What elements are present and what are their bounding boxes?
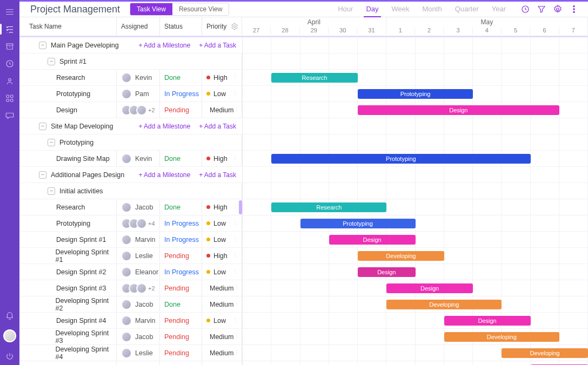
collapse-toggle[interactable]: − xyxy=(48,139,55,146)
column-priority[interactable]: Priority xyxy=(202,17,242,36)
archive-icon xyxy=(5,42,15,51)
row-actions-button[interactable] xyxy=(233,333,240,341)
svg-point-19 xyxy=(237,107,237,107)
gantt-bar[interactable]: Design xyxy=(444,316,531,326)
nav-history[interactable] xyxy=(0,55,19,72)
task-row[interactable]: Developing Sprint #2JacobDoneMediumDevel… xyxy=(19,296,588,313)
task-row[interactable]: Design Sprint #5EleanorPendingHighDesign xyxy=(19,361,588,365)
gantt-bar[interactable]: Prototyping xyxy=(300,219,416,228)
day-label: 4 xyxy=(473,27,502,37)
status-label: In Progress xyxy=(164,220,199,227)
row-actions-button[interactable] xyxy=(232,219,238,227)
column-task[interactable]: Task Name xyxy=(19,17,117,36)
task-row[interactable]: Developing Sprint #4LesliePendingMediumD… xyxy=(19,345,588,361)
task-row[interactable]: ResearchKevinDoneHighResearch xyxy=(19,70,588,86)
assignee-name: Kevin xyxy=(135,74,152,82)
columns-settings-button[interactable] xyxy=(231,23,238,30)
add-task-link[interactable]: + Add a Task xyxy=(199,171,236,179)
clock-icon xyxy=(5,59,15,69)
priority-dot xyxy=(206,157,210,160)
nav-power[interactable] xyxy=(0,348,19,365)
scale-hour[interactable]: Hour xyxy=(331,2,359,17)
gantt-bar[interactable]: Prototyping xyxy=(358,89,473,99)
view-task-button[interactable]: Task View xyxy=(130,3,172,15)
gantt-bar[interactable]: Research xyxy=(271,73,358,83)
row-actions-button[interactable] xyxy=(233,106,240,114)
scale-year[interactable]: Year xyxy=(485,2,512,17)
row-actions-button[interactable] xyxy=(232,203,238,211)
header-settings-button[interactable] xyxy=(552,4,563,15)
scale-selector: HourDayWeekMonthQuarterYear xyxy=(331,2,512,17)
nav-archive[interactable] xyxy=(0,38,19,55)
scale-week[interactable]: Week xyxy=(385,2,416,17)
gantt-bar[interactable]: Design xyxy=(329,235,416,245)
nav-people[interactable] xyxy=(0,72,19,90)
scale-quarter[interactable]: Quarter xyxy=(449,2,485,17)
priority-dot xyxy=(206,319,210,322)
task-grid[interactable]: −Main Page Developing+ Add a Milestone+ … xyxy=(19,37,588,365)
row-actions-button[interactable] xyxy=(232,316,238,325)
gantt-bar[interactable]: Design xyxy=(358,105,559,115)
nav-apps[interactable] xyxy=(0,90,19,107)
avatar xyxy=(121,267,132,278)
gantt-bar[interactable]: Design xyxy=(358,267,416,277)
header-more-button[interactable] xyxy=(569,4,579,15)
row-actions-button[interactable] xyxy=(232,154,238,163)
nav-notifications[interactable] xyxy=(0,307,19,324)
header-clock-button[interactable] xyxy=(520,4,531,15)
task-row[interactable]: Design Sprint #1MarvinIn ProgressLowDesi… xyxy=(19,232,588,248)
row-actions-button[interactable] xyxy=(233,300,240,308)
gear-icon xyxy=(231,23,238,30)
scale-day[interactable]: Day xyxy=(359,2,385,17)
status-label: Pending xyxy=(164,317,189,325)
nav-menu-toggle[interactable] xyxy=(0,3,19,21)
svg-point-16 xyxy=(235,91,235,91)
task-row[interactable]: Design Sprint #3+2PendingMediumDesign xyxy=(19,280,588,296)
task-row[interactable]: Developing Sprint #3JacobPendingMediumDe… xyxy=(19,329,588,345)
gantt-bar[interactable]: Prototyping xyxy=(271,154,530,164)
task-row[interactable]: PrototypingPamIn ProgressLowPrototyping xyxy=(19,86,588,102)
collapse-toggle[interactable]: − xyxy=(39,171,46,179)
header-filter-button[interactable] xyxy=(536,4,547,15)
task-row[interactable]: Design Sprint #4MarvinPendingLowDesign xyxy=(19,313,588,329)
gantt-bar[interactable]: Developing xyxy=(358,251,444,261)
scale-month[interactable]: Month xyxy=(416,2,449,17)
row-actions-button[interactable] xyxy=(232,235,238,244)
row-actions-button[interactable] xyxy=(232,73,238,82)
add-milestone-link[interactable]: + Add a Milestone xyxy=(138,42,190,49)
row-actions-button[interactable] xyxy=(232,268,238,276)
row-actions-button[interactable] xyxy=(233,349,240,357)
gantt-bar[interactable]: Developing xyxy=(386,300,502,309)
more-vertical-icon xyxy=(232,268,238,274)
nav-chat[interactable] xyxy=(0,107,19,124)
collapse-toggle[interactable]: − xyxy=(48,187,55,195)
task-row[interactable]: Developing Sprint #1LesliePendingHighDev… xyxy=(19,248,588,264)
nav-tasks[interactable] xyxy=(0,21,19,38)
task-row[interactable]: Drawing Site MapKevinDoneHighPrototyping xyxy=(19,151,588,167)
gantt-bar[interactable]: Design xyxy=(386,283,473,293)
add-milestone-link[interactable]: + Add a Milestone xyxy=(138,123,190,130)
row-actions-button[interactable] xyxy=(232,252,238,260)
gantt-bar[interactable]: Developing xyxy=(444,332,559,342)
add-task-link[interactable]: + Add a Task xyxy=(199,123,236,130)
row-actions-button[interactable] xyxy=(232,90,238,98)
collapse-toggle[interactable]: − xyxy=(48,58,55,65)
gantt-bar[interactable]: Research xyxy=(271,202,386,212)
column-assigned[interactable]: Assigned xyxy=(117,17,160,36)
collapse-toggle[interactable]: − xyxy=(39,42,46,49)
gantt-bar[interactable]: Developing xyxy=(502,348,588,358)
svg-point-21 xyxy=(237,111,237,111)
row-actions-button[interactable] xyxy=(233,284,240,292)
task-row[interactable]: Design Sprint #2EleanorIn ProgressLowDes… xyxy=(19,264,588,280)
task-row[interactable]: Design+2PendingMediumDesign xyxy=(19,102,588,118)
task-row[interactable]: Prototyping+4In ProgressLowPrototyping xyxy=(19,215,588,232)
add-milestone-link[interactable]: + Add a Milestone xyxy=(138,171,190,179)
page-header: Project Management Task View Resource Vi… xyxy=(19,2,588,17)
collapse-toggle[interactable]: − xyxy=(39,123,46,130)
add-task-link[interactable]: + Add a Task xyxy=(199,42,236,49)
view-resource-button[interactable]: Resource View xyxy=(172,3,229,15)
nav-profile[interactable] xyxy=(0,324,19,348)
row-resize-handle[interactable] xyxy=(239,200,242,214)
task-row[interactable]: ResearchJacobDoneHighResearch xyxy=(19,199,588,215)
column-status[interactable]: Status xyxy=(160,17,202,36)
